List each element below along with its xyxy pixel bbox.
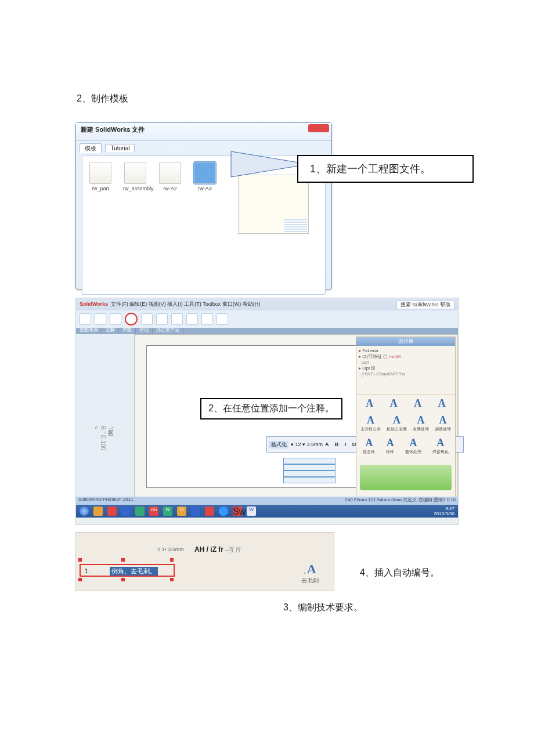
callout-4: 4、插入自动编号。 [348,561,451,585]
palette-item[interactable]: 未注释公差 [360,426,381,432]
template-label: rw_assembly [123,186,154,191]
palette-item[interactable]: 机加工表面 [387,426,407,432]
title-block [283,458,335,483]
menu-bar[interactable]: 文件(F) 编辑(E) 视图(V) 插入(I) 工具(T) Toolbox 窗口… [111,301,260,307]
windows-taskbar[interactable]: A5 N O Sw W 9:47 2012/3/30 [76,505,458,518]
format-sample: AH / iZ fr [194,545,223,554]
size-readout: 2 1• 3.5mm [157,547,184,552]
palette-item[interactable]: 调质处理 [435,426,451,432]
palette-item[interactable]: 碳金件 [363,449,375,455]
palette-item[interactable]: 铸件 [386,449,394,455]
search-input[interactable]: 搜索 SolidWorks 帮助 [396,301,454,309]
section-heading: 2、制作模板 [77,93,459,105]
figure-format-strip: 2 1• 3.5mm AH / iZ fr –互片 1. 倒角、去毛刺。 , A… [75,532,459,607]
callout-arrow-icon [228,149,309,182]
palette-item[interactable]: 焊接氧化 [432,449,449,455]
status-bar: SolidWorks Premium 2011 240.52mm 121.54m… [76,497,458,505]
palette-title: 设计库 [356,337,455,346]
autonumber-sample[interactable]: , A去毛刺 [301,562,319,585]
close-icon[interactable] [308,124,329,132]
palette-item[interactable]: 表面处理 [413,426,429,432]
template-label: rw_part [92,186,109,191]
tech-req-text[interactable]: 1. 倒角、去毛刺。 [80,564,175,577]
callout-3: 3、编制技术要求。 [283,602,363,614]
template-assembly[interactable]: rw_assembly [123,162,147,191]
callout-2: 2、在任意位置添加一个注释。 [200,398,342,419]
format-label: 格式化 [269,441,288,448]
template-part[interactable]: rw_part [88,162,113,191]
font-size[interactable]: ▾ 12 ▾ 3.5mm [291,442,323,447]
format-sample-sub: –互片 [225,546,241,553]
template-a2[interactable]: rw-A2 [158,162,182,191]
dialog-titlebar: 新建 SolidWorks 文件 [76,123,331,141]
format-strip: 2 1• 3.5mm AH / iZ fr –互片 1. 倒角、去毛刺。 , A… [75,532,334,591]
template-a3[interactable]: rw-A3 [193,162,217,191]
preview-box [238,175,309,234]
palette-item[interactable]: 整体处理 [405,449,421,455]
ribbon-toolbar[interactable] [76,310,458,328]
design-library-panel[interactable]: 设计库 ▸ FaLena▸ (2)可特征 ▢ motM part.▸ Opt 设… [356,337,456,504]
dialog-title: 新建 SolidWorks 文件 [81,126,145,133]
callout-1: 1、新建一个工程图文件。 [297,155,474,183]
new-file-dialog: 新建 SolidWorks 文件 模板 Tutorial rw_part rw_… [75,122,332,290]
margin-scrap-text: 一区长" MB " E 100« [80,426,114,472]
start-icon[interactable] [80,507,89,516]
feature-tree-panel[interactable] [76,334,135,505]
figure-solidworks-window: SolidWorks 文件(F) 编辑(E) 视图(V) 插入(I) 工具(T)… [75,298,459,525]
template-label: rw-A2 [163,186,177,191]
tab-tutorial[interactable]: Tutorial [105,144,135,152]
app-brand: SolidWorks [80,301,108,307]
tab-templates[interactable]: 模板 [80,143,102,153]
note-tool-icon[interactable] [125,313,138,325]
figure-new-file-dialog: 新建 SolidWorks 文件 模板 Tutorial rw_part rw_… [75,122,459,291]
template-label: rw-A3 [198,186,212,191]
clock: 9:47 2012/3/30 [434,506,454,516]
